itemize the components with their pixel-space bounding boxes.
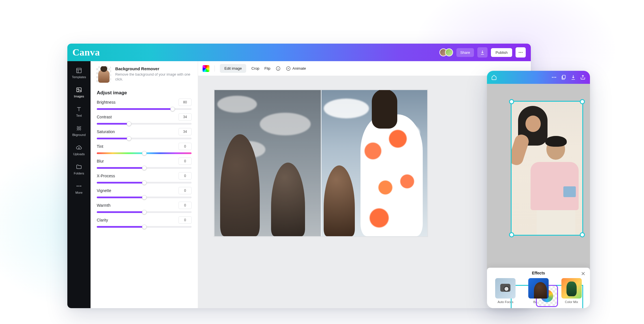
effect-auto-focus[interactable]: Auto Focus	[490, 278, 521, 304]
slider-label: Contrast	[97, 115, 112, 119]
effect-bad-tv[interactable]: Bad TV	[523, 278, 554, 304]
slider-label: Vignette	[97, 188, 111, 193]
slider-track[interactable]	[97, 182, 192, 184]
slider-thumb[interactable]	[170, 107, 175, 111]
image-after	[321, 90, 427, 236]
pages-button[interactable]	[561, 74, 567, 80]
sidebar-item-text[interactable]: Text	[69, 103, 89, 120]
svg-point-8	[80, 186, 81, 187]
slider-clarity: Clarity 0	[97, 216, 192, 228]
avatar[interactable]	[445, 48, 453, 56]
sidebar-item-background[interactable]: Bkground	[69, 122, 89, 139]
animate-button[interactable]: Animate	[286, 66, 306, 71]
figure-person	[512, 106, 552, 168]
slider-blur: Blur 0	[97, 157, 192, 169]
flip-button[interactable]: Flip	[265, 66, 271, 71]
slider-saturation: Saturation 34	[97, 128, 192, 139]
slider-value[interactable]: 34	[179, 113, 192, 121]
ellipsis-icon	[76, 183, 82, 189]
slider-thumb[interactable]	[127, 136, 131, 141]
slider-track[interactable]	[97, 152, 192, 154]
slider-track[interactable]	[97, 211, 192, 213]
color-picker-button[interactable]	[203, 65, 209, 72]
slider-label: Brightness	[97, 100, 115, 105]
slider-value[interactable]: 0	[179, 202, 192, 209]
sidebar-label: Uploads	[73, 152, 85, 156]
ellipsis-icon	[518, 50, 523, 55]
slider-label: X-Process	[97, 174, 115, 178]
pages-icon	[561, 74, 566, 80]
svg-point-11	[552, 77, 553, 78]
slider-thumb[interactable]	[142, 195, 147, 200]
collaborator-avatars[interactable]	[439, 48, 453, 56]
slider-track[interactable]	[97, 138, 192, 139]
slider-value[interactable]: 34	[179, 128, 192, 135]
slider-thumb[interactable]	[127, 122, 131, 126]
sidebar-label: Templates	[72, 75, 86, 79]
slider-track[interactable]	[97, 226, 192, 228]
sidebar-label: Text	[76, 114, 82, 117]
sidebar-item-uploads[interactable]: Uploads	[69, 142, 89, 159]
slider-value[interactable]: 80	[179, 99, 192, 106]
effects-close-button[interactable]	[580, 271, 586, 276]
sidebar: Templates Images Text Bkground Uploads F…	[67, 61, 91, 308]
svg-point-12	[553, 77, 554, 78]
sidebar-item-images[interactable]: Images	[69, 84, 89, 101]
slider-track[interactable]	[97, 197, 192, 198]
download-button[interactable]	[477, 47, 488, 57]
compare-divider[interactable]	[321, 90, 321, 236]
publish-button[interactable]: Publish	[491, 48, 512, 57]
mobile-window: Effects BG Remover Auto Focus Bad TV Col…	[487, 71, 590, 308]
svg-point-6	[77, 186, 78, 187]
sidebar-item-more[interactable]: More	[69, 180, 89, 197]
slider-track[interactable]	[97, 123, 192, 125]
slider-thumb[interactable]	[142, 151, 147, 155]
slider-label: Clarity	[97, 218, 108, 222]
separator	[214, 65, 215, 72]
bg-remover-thumb	[96, 66, 111, 83]
mobile-share-button[interactable]	[580, 74, 586, 80]
sidebar-item-templates[interactable]: Templates	[69, 65, 89, 82]
svg-rect-4	[77, 88, 81, 92]
templates-icon	[76, 67, 82, 74]
svg-rect-14	[563, 75, 565, 79]
slider-track[interactable]	[97, 108, 192, 110]
canvas-image[interactable]	[214, 89, 428, 237]
share-button[interactable]: Share	[456, 48, 474, 57]
slider-thumb[interactable]	[142, 180, 147, 185]
more-button[interactable]	[516, 47, 526, 57]
crop-button[interactable]: Crop	[251, 66, 259, 71]
share-icon	[580, 74, 586, 80]
mobile-more-button[interactable]	[551, 74, 557, 80]
mobile-canvas[interactable]	[487, 84, 590, 270]
mobile-image[interactable]	[511, 101, 583, 236]
context-toolbar: Edit image Crop Flip Animate	[198, 61, 531, 76]
desktop-window: Canva Share Publish Templates	[67, 44, 531, 308]
effect-color-mix[interactable]: Color Mix	[556, 278, 587, 304]
slider-value[interactable]: 0	[179, 157, 192, 165]
home-button[interactable]	[491, 74, 497, 80]
slider-value[interactable]: 0	[179, 172, 192, 180]
slider-thumb[interactable]	[142, 210, 147, 214]
effect-thumb	[528, 278, 549, 299]
text-icon	[76, 106, 82, 112]
mobile-download-button[interactable]	[570, 74, 576, 80]
edit-image-button[interactable]: Edit image	[220, 64, 246, 73]
slider-thumb[interactable]	[142, 225, 147, 229]
ellipsis-icon	[551, 74, 557, 80]
slider-track[interactable]	[97, 167, 192, 169]
slider-thumb[interactable]	[142, 166, 147, 170]
brand-logo: Canva	[72, 47, 100, 58]
info-button[interactable]	[276, 66, 281, 71]
adjust-panel: Background Remover Remove the background…	[91, 61, 198, 308]
app-body: Templates Images Text Bkground Uploads F…	[67, 61, 531, 308]
bg-remover-card[interactable]: Background Remover Remove the background…	[91, 61, 198, 87]
slider-value[interactable]: 0	[179, 143, 192, 150]
bg-remover-desc: Remove the background of your image with…	[115, 72, 192, 82]
sidebar-label: Images	[74, 95, 84, 98]
slider-contrast: Contrast 34	[97, 113, 192, 125]
canvas[interactable]	[198, 76, 531, 308]
slider-value[interactable]: 0	[179, 187, 192, 194]
slider-value[interactable]: 0	[179, 216, 192, 224]
sidebar-item-folders[interactable]: Folders	[69, 161, 89, 178]
